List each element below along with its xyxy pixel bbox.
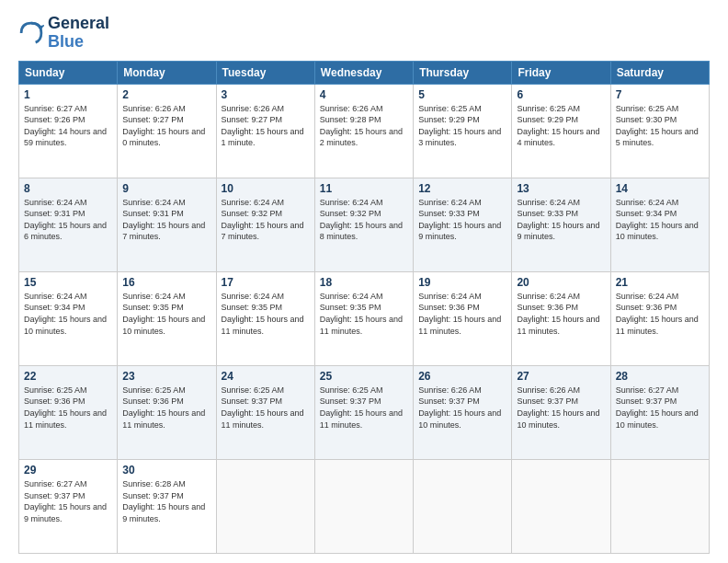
calendar-cell: 5Sunrise: 6:25 AMSunset: 9:29 PMDaylight… [414,84,512,178]
day-info: Sunrise: 6:24 AMSunset: 9:36 PMDaylight:… [517,291,605,337]
day-number: 9 [122,182,210,195]
day-info: Sunrise: 6:24 AMSunset: 9:32 PMDaylight:… [222,197,310,243]
day-number: 10 [222,182,310,195]
day-number: 24 [222,370,310,383]
day-info: Sunrise: 6:24 AMSunset: 9:31 PMDaylight:… [24,197,112,243]
calendar-cell: 26Sunrise: 6:26 AMSunset: 9:37 PMDayligh… [414,365,512,459]
day-number: 11 [320,182,408,195]
day-number: 2 [122,88,210,101]
day-number: 14 [616,182,704,195]
calendar-cell: 27Sunrise: 6:26 AMSunset: 9:37 PMDayligh… [512,365,610,459]
day-info: Sunrise: 6:25 AMSunset: 9:29 PMDaylight:… [517,103,605,149]
day-number: 1 [24,88,112,101]
calendar-cell [216,459,314,553]
day-number: 13 [517,182,605,195]
logo: General Blue [18,15,109,52]
calendar-cell: 28Sunrise: 6:27 AMSunset: 9:37 PMDayligh… [610,365,709,459]
day-number: 30 [122,464,210,477]
calendar-cell: 17Sunrise: 6:24 AMSunset: 9:35 PMDayligh… [216,271,314,365]
day-info: Sunrise: 6:26 AMSunset: 9:37 PMDaylight:… [517,385,605,431]
day-info: Sunrise: 6:24 AMSunset: 9:36 PMDaylight:… [616,291,704,337]
day-number: 5 [418,88,506,101]
day-info: Sunrise: 6:26 AMSunset: 9:28 PMDaylight:… [320,103,408,149]
day-info: Sunrise: 6:27 AMSunset: 9:37 PMDaylight:… [616,385,704,431]
calendar-cell [610,459,709,553]
calendar-cell: 1Sunrise: 6:27 AMSunset: 9:26 PMDaylight… [19,84,118,178]
calendar-table: SundayMondayTuesdayWednesdayThursdayFrid… [18,61,710,554]
day-number: 8 [24,182,112,195]
day-info: Sunrise: 6:25 AMSunset: 9:36 PMDaylight:… [122,385,210,431]
calendar-cell: 3Sunrise: 6:26 AMSunset: 9:27 PMDaylight… [216,84,314,178]
calendar-cell: 24Sunrise: 6:25 AMSunset: 9:37 PMDayligh… [216,365,314,459]
day-number: 6 [517,88,605,101]
calendar-cell [512,459,610,553]
calendar-cell: 6Sunrise: 6:25 AMSunset: 9:29 PMDaylight… [512,84,610,178]
day-number: 19 [418,276,506,289]
day-number: 20 [517,276,605,289]
calendar-week-1: 1Sunrise: 6:27 AMSunset: 9:26 PMDaylight… [19,84,710,178]
day-info: Sunrise: 6:26 AMSunset: 9:37 PMDaylight:… [418,385,506,431]
day-info: Sunrise: 6:28 AMSunset: 9:37 PMDaylight:… [122,478,210,524]
calendar-week-4: 22Sunrise: 6:25 AMSunset: 9:36 PMDayligh… [19,365,710,459]
day-number: 28 [616,370,704,383]
day-info: Sunrise: 6:27 AMSunset: 9:26 PMDaylight:… [24,103,112,149]
day-info: Sunrise: 6:24 AMSunset: 9:35 PMDaylight:… [320,291,408,337]
day-info: Sunrise: 6:24 AMSunset: 9:33 PMDaylight:… [418,197,506,243]
calendar-week-2: 8Sunrise: 6:24 AMSunset: 9:31 PMDaylight… [19,178,710,271]
calendar-header-thursday: Thursday [414,61,512,84]
calendar-cell: 13Sunrise: 6:24 AMSunset: 9:33 PMDayligh… [512,178,610,271]
day-number: 4 [320,88,408,101]
day-info: Sunrise: 6:26 AMSunset: 9:27 PMDaylight:… [122,103,210,149]
day-info: Sunrise: 6:24 AMSunset: 9:34 PMDaylight:… [616,197,704,243]
calendar-cell: 18Sunrise: 6:24 AMSunset: 9:35 PMDayligh… [314,271,413,365]
logo-icon [18,20,44,46]
day-info: Sunrise: 6:24 AMSunset: 9:34 PMDaylight:… [24,291,112,337]
day-info: Sunrise: 6:24 AMSunset: 9:33 PMDaylight:… [517,197,605,243]
day-number: 27 [517,370,605,383]
calendar-cell: 30Sunrise: 6:28 AMSunset: 9:37 PMDayligh… [118,459,216,553]
calendar-header-sunday: Sunday [19,61,118,84]
logo-text: General Blue [48,15,109,52]
header: General Blue [18,15,710,52]
day-number: 25 [320,370,408,383]
calendar-cell: 19Sunrise: 6:24 AMSunset: 9:36 PMDayligh… [414,271,512,365]
day-info: Sunrise: 6:24 AMSunset: 9:31 PMDaylight:… [122,197,210,243]
calendar-cell: 25Sunrise: 6:25 AMSunset: 9:37 PMDayligh… [314,365,413,459]
calendar-header-friday: Friday [512,61,610,84]
calendar-cell: 9Sunrise: 6:24 AMSunset: 9:31 PMDaylight… [118,178,216,271]
calendar-cell: 4Sunrise: 6:26 AMSunset: 9:28 PMDaylight… [314,84,413,178]
day-number: 21 [616,276,704,289]
day-info: Sunrise: 6:24 AMSunset: 9:35 PMDaylight:… [122,291,210,337]
calendar-cell: 15Sunrise: 6:24 AMSunset: 9:34 PMDayligh… [19,271,118,365]
calendar-cell: 22Sunrise: 6:25 AMSunset: 9:36 PMDayligh… [19,365,118,459]
calendar-cell: 10Sunrise: 6:24 AMSunset: 9:32 PMDayligh… [216,178,314,271]
day-number: 15 [24,276,112,289]
calendar-cell: 8Sunrise: 6:24 AMSunset: 9:31 PMDaylight… [19,178,118,271]
day-number: 16 [122,276,210,289]
calendar-cell: 20Sunrise: 6:24 AMSunset: 9:36 PMDayligh… [512,271,610,365]
day-info: Sunrise: 6:24 AMSunset: 9:36 PMDaylight:… [418,291,506,337]
calendar-cell: 11Sunrise: 6:24 AMSunset: 9:32 PMDayligh… [314,178,413,271]
page: General Blue SundayMondayTuesdayWednesda… [0,0,728,563]
day-info: Sunrise: 6:26 AMSunset: 9:27 PMDaylight:… [222,103,310,149]
calendar-cell: 21Sunrise: 6:24 AMSunset: 9:36 PMDayligh… [610,271,709,365]
calendar-header-saturday: Saturday [610,61,709,84]
calendar-week-5: 29Sunrise: 6:27 AMSunset: 9:37 PMDayligh… [19,459,710,553]
calendar-body: 1Sunrise: 6:27 AMSunset: 9:26 PMDaylight… [19,84,710,553]
calendar-cell: 7Sunrise: 6:25 AMSunset: 9:30 PMDaylight… [610,84,709,178]
calendar-cell: 14Sunrise: 6:24 AMSunset: 9:34 PMDayligh… [610,178,709,271]
day-info: Sunrise: 6:25 AMSunset: 9:37 PMDaylight:… [320,385,408,431]
calendar-week-3: 15Sunrise: 6:24 AMSunset: 9:34 PMDayligh… [19,271,710,365]
day-number: 22 [24,370,112,383]
day-number: 17 [222,276,310,289]
calendar-cell [314,459,413,553]
calendar-header-wednesday: Wednesday [314,61,413,84]
day-info: Sunrise: 6:25 AMSunset: 9:30 PMDaylight:… [616,103,704,149]
day-info: Sunrise: 6:25 AMSunset: 9:29 PMDaylight:… [418,103,506,149]
day-info: Sunrise: 6:27 AMSunset: 9:37 PMDaylight:… [24,478,112,524]
day-number: 7 [616,88,704,101]
day-info: Sunrise: 6:25 AMSunset: 9:36 PMDaylight:… [24,385,112,431]
calendar-cell: 23Sunrise: 6:25 AMSunset: 9:36 PMDayligh… [118,365,216,459]
day-info: Sunrise: 6:24 AMSunset: 9:35 PMDaylight:… [222,291,310,337]
calendar-header-tuesday: Tuesday [216,61,314,84]
